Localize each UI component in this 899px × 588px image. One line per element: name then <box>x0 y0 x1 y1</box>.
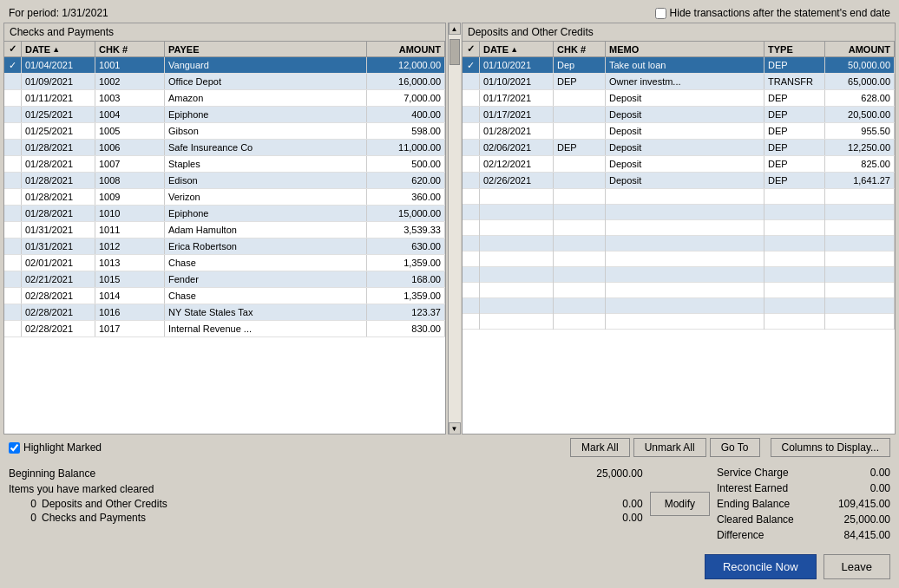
check-cell[interactable] <box>4 123 22 139</box>
table-row[interactable]: 01/25/2021 1005 Gibson 598.00 <box>4 123 445 140</box>
table-row[interactable]: 01/31/2021 1012 Erica Robertson 630.00 <box>4 238 445 255</box>
deposits-amount-col-header[interactable]: AMOUNT <box>825 42 895 56</box>
check-cell[interactable] <box>4 189 22 205</box>
check-cell[interactable] <box>4 222 22 238</box>
check-cell[interactable] <box>4 74 22 89</box>
chk-cell: 1003 <box>95 90 165 106</box>
table-row[interactable]: 02/26/2021 Deposit DEP 1,641.27 <box>463 173 895 189</box>
deposits-table-body[interactable]: ✓ 01/10/2021 Dep Take out loan DEP 50,00… <box>463 57 895 434</box>
highlight-marked-checkbox[interactable] <box>9 442 20 454</box>
go-to-button[interactable]: Go To <box>710 438 760 457</box>
check-cell[interactable] <box>4 288 22 304</box>
table-row[interactable]: 02/21/2021 1015 Fender 168.00 <box>4 271 445 288</box>
amount-cell: 12,250.00 <box>825 140 895 155</box>
table-row[interactable]: 01/10/2021 DEP Owner investm... TRANSFR … <box>463 74 895 90</box>
check-cell[interactable] <box>4 238 22 254</box>
unmark-all-button[interactable]: Unmark All <box>633 438 706 457</box>
checks-amount-col-header[interactable]: AMOUNT <box>367 42 445 56</box>
amount-cell: 168.00 <box>367 271 445 287</box>
table-row[interactable]: 01/09/2021 1002 Office Depot 16,000.00 <box>4 74 445 90</box>
check-cell[interactable] <box>463 140 480 155</box>
mark-all-button[interactable]: Mark All <box>570 438 630 457</box>
table-row[interactable]: 01/11/2021 1003 Amazon 7,000.00 <box>4 90 445 107</box>
check-cell[interactable] <box>463 156 480 172</box>
check-cell[interactable] <box>463 173 480 188</box>
check-cell[interactable] <box>4 173 22 188</box>
scroll-thumb[interactable] <box>450 39 460 65</box>
check-cell[interactable] <box>4 90 22 106</box>
reconcile-area: Reconcile Now Leave <box>3 547 896 585</box>
chk-cell: 1012 <box>95 238 165 254</box>
check-cell[interactable] <box>4 140 22 155</box>
checks-chk-col-header[interactable]: CHK # <box>95 42 165 56</box>
chk-cell: 1016 <box>95 304 165 320</box>
hide-transactions-checkbox[interactable] <box>655 8 666 19</box>
deposits-type-col-header[interactable]: TYPE <box>764 42 825 56</box>
table-row[interactable]: 01/25/2021 1004 Epiphone 400.00 <box>4 107 445 123</box>
table-row[interactable]: 01/28/2021 1007 Staples 500.00 <box>4 156 445 173</box>
footer-area: Beginning Balance 25,000.00 Items you ha… <box>3 461 896 547</box>
table-row[interactable]: 02/28/2021 1016 NY State Stales Tax 123.… <box>4 304 445 321</box>
check-cell[interactable]: ✓ <box>4 57 22 73</box>
check-cell[interactable] <box>4 304 22 320</box>
type-cell: DEP <box>764 90 825 106</box>
payee-cell: Edison <box>165 173 367 188</box>
deposits-chk-col-header[interactable]: CHK # <box>554 42 606 56</box>
table-row-empty <box>463 314 895 330</box>
table-row[interactable]: 02/01/2021 1013 Chase 1,359.00 <box>4 255 445 271</box>
table-row[interactable]: 01/28/2021 Deposit DEP 955.50 <box>463 123 895 140</box>
check-cell <box>463 314 480 330</box>
payee-cell: NY State Stales Tax <box>165 304 367 320</box>
deposits-sub-row: 0 Deposits and Other Credits 0.00 <box>9 497 643 511</box>
checks-date-col-header[interactable]: DATE ▲ <box>22 42 95 56</box>
table-row[interactable]: 01/31/2021 1011 Adam Hamulton 3,539.33 <box>4 222 445 238</box>
table-row[interactable]: 02/06/2021 DEP Deposit DEP 12,250.00 <box>463 140 895 156</box>
deposits-count: 0 <box>19 498 36 510</box>
deposits-memo-col-header[interactable]: MEMO <box>606 42 764 56</box>
check-cell[interactable] <box>4 107 22 122</box>
reconcile-now-button[interactable]: Reconcile Now <box>705 554 817 579</box>
table-row[interactable]: 01/28/2021 1009 Verizon 360.00 <box>4 189 445 206</box>
table-row[interactable]: 01/17/2021 Deposit DEP 20,500.00 <box>463 107 895 123</box>
check-cell[interactable] <box>463 74 480 89</box>
memo-cell <box>606 252 764 267</box>
leave-button[interactable]: Leave <box>824 554 890 579</box>
table-row[interactable]: 01/17/2021 Deposit DEP 628.00 <box>463 90 895 107</box>
scroll-down-btn[interactable]: ▼ <box>449 422 461 434</box>
table-row[interactable]: 01/28/2021 1010 Epiphone 15,000.00 <box>4 206 445 222</box>
modify-button[interactable]: Modify <box>650 492 710 516</box>
check-cell[interactable] <box>4 271 22 287</box>
check-cell <box>463 205 480 220</box>
type-cell: DEP <box>764 156 825 172</box>
check-cell[interactable] <box>463 123 480 139</box>
check-cell[interactable] <box>4 206 22 221</box>
table-row[interactable]: ✓ 01/10/2021 Dep Take out loan DEP 50,00… <box>463 57 895 74</box>
table-row[interactable]: 02/28/2021 1014 Chase 1,359.00 <box>4 288 445 304</box>
chk-cell: 1005 <box>95 123 165 139</box>
checks-payee-col-header[interactable]: PAYEE <box>165 42 367 56</box>
table-row-empty <box>463 220 895 236</box>
table-row[interactable]: 02/28/2021 1017 Internal Revenue ... 830… <box>4 321 445 337</box>
check-cell[interactable] <box>463 90 480 106</box>
checks-table-body[interactable]: ✓ 01/04/2021 1001 Vanguard 12,000.00 01/… <box>4 57 445 434</box>
check-cell[interactable] <box>463 107 480 122</box>
deposits-date-col-header[interactable]: DATE ▲ <box>480 42 554 56</box>
check-cell[interactable] <box>4 321 22 336</box>
columns-display-button[interactable]: Columns to Display... <box>771 438 890 457</box>
check-cell[interactable] <box>4 255 22 271</box>
chk-cell <box>554 252 606 267</box>
chk-cell: 1002 <box>95 74 165 89</box>
amount-cell <box>825 267 895 283</box>
check-cell[interactable] <box>4 156 22 172</box>
scroll-track[interactable] <box>449 35 461 422</box>
payee-cell: Gibson <box>165 123 367 139</box>
summary-section: Service Charge 0.00 Interest Earned 0.00… <box>717 466 890 542</box>
vertical-scrollbar[interactable]: ▲ ▼ <box>448 23 460 434</box>
check-cell[interactable]: ✓ <box>463 57 480 73</box>
table-row[interactable]: 01/28/2021 1006 Safe Insureance Co 11,00… <box>4 140 445 156</box>
table-row[interactable]: 01/28/2021 1008 Edison 620.00 <box>4 173 445 189</box>
table-row[interactable]: ✓ 01/04/2021 1001 Vanguard 12,000.00 <box>4 57 445 74</box>
scroll-up-btn[interactable]: ▲ <box>449 23 461 35</box>
date-cell: 01/28/2021 <box>22 140 95 155</box>
table-row[interactable]: 02/12/2021 Deposit DEP 825.00 <box>463 156 895 173</box>
